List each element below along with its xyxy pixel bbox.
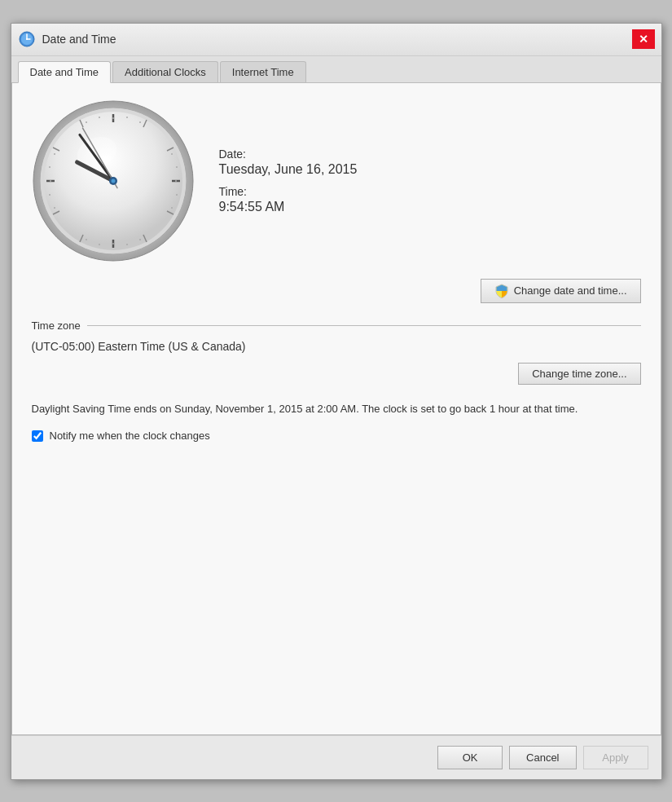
svg-point-27	[171, 207, 173, 209]
svg-point-22	[139, 121, 141, 123]
dialog-window: Date and Time ✕ Date and Time Additional…	[11, 23, 662, 780]
svg-point-30	[112, 243, 114, 245]
svg-point-45	[111, 178, 115, 183]
svg-point-4	[26, 38, 28, 40]
tab-internet-time[interactable]: Internet Time	[220, 61, 306, 82]
time-info: Time: 9:54:55 AM	[219, 185, 358, 214]
date-time-info: Date: Tuesday, June 16, 2015 Time: 9:54:…	[219, 148, 358, 214]
svg-point-23	[99, 117, 100, 118]
svg-point-35	[50, 180, 51, 182]
tab-bar: Date and Time Additional Clocks Internet…	[11, 56, 661, 83]
svg-point-31	[126, 244, 128, 245]
notify-checkbox[interactable]	[32, 430, 43, 442]
dst-note: Daylight Saving Time ends on Sunday, Nov…	[32, 401, 641, 417]
dialog-footer: OK Cancel Apply	[11, 735, 661, 779]
tab-additional-clocks[interactable]: Additional Clocks	[112, 61, 218, 82]
clock-section: Date: Tuesday, June 16, 2015 Time: 9:54:…	[32, 99, 641, 262]
svg-point-32	[139, 239, 141, 240]
dialog-title: Date and Time	[42, 33, 116, 46]
apply-button[interactable]: Apply	[583, 746, 648, 769]
svg-point-37	[54, 207, 55, 209]
change-timezone-row: Change time zone...	[32, 363, 641, 385]
change-datetime-row: Change date and time...	[32, 279, 641, 303]
svg-point-21	[126, 117, 128, 118]
svg-point-36	[49, 194, 51, 196]
cancel-button[interactable]: Cancel	[509, 746, 576, 769]
uac-shield-icon	[494, 284, 509, 298]
svg-point-20	[112, 117, 114, 119]
ok-button[interactable]: OK	[437, 746, 503, 769]
title-bar: Date and Time ✕	[11, 24, 661, 56]
analog-clock	[32, 99, 195, 262]
svg-point-39	[54, 153, 55, 155]
svg-point-25	[175, 180, 177, 182]
clock-svg	[32, 99, 195, 262]
svg-point-38	[49, 166, 51, 168]
title-bar-left: Date and Time	[18, 30, 116, 48]
section-divider	[87, 325, 641, 326]
svg-point-28	[176, 166, 178, 168]
app-icon	[18, 30, 36, 48]
tab-content-date-and-time: Date: Tuesday, June 16, 2015 Time: 9:54:…	[11, 83, 661, 735]
date-label: Date: Tuesday, June 16, 2015	[219, 148, 358, 177]
svg-point-26	[176, 194, 178, 196]
change-timezone-button[interactable]: Change time zone...	[518, 363, 640, 385]
svg-point-33	[99, 244, 100, 245]
close-button[interactable]: ✕	[632, 29, 655, 49]
timezone-section-header: Time zone	[32, 319, 641, 332]
tab-date-and-time[interactable]: Date and Time	[18, 61, 112, 83]
timezone-section: Time zone (UTC-05:00) Eastern Time (US &…	[32, 319, 641, 385]
change-date-time-button[interactable]: Change date and time...	[481, 279, 641, 303]
svg-point-24	[86, 121, 87, 123]
notify-checkbox-row: Notify me when the clock changes	[32, 430, 641, 442]
svg-point-29	[171, 153, 173, 155]
timezone-value: (UTC-05:00) Eastern Time (US & Canada)	[32, 340, 641, 353]
notify-checkbox-label[interactable]: Notify me when the clock changes	[50, 430, 210, 442]
svg-point-34	[86, 239, 87, 240]
